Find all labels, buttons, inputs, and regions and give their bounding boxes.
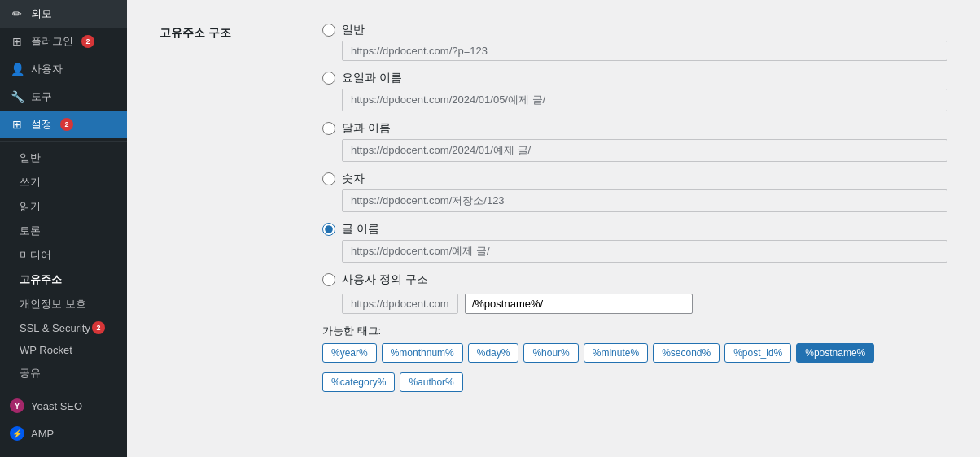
sidebar-item-users-label: 사용자 xyxy=(31,62,63,76)
sidebar-amp[interactable]: ⚡ AMP xyxy=(0,420,127,447)
permalink-label-numeric[interactable]: 숫자 xyxy=(342,172,365,186)
permalink-radio-custom-row: 사용자 정의 구조 xyxy=(322,272,947,287)
tag-post_id[interactable]: %post_id% xyxy=(724,343,791,363)
sidebar: ✏ 외모 ⊞ 플러그인 2 👤 사용자 🔧 도구 ⊞ 설정 2 일반 쓰기 읽기… xyxy=(0,0,127,457)
permalink-radio-numeric-row: 숫자 xyxy=(322,172,947,186)
tag-author[interactable]: %author% xyxy=(400,372,462,392)
sidebar-item-plugins[interactable]: ⊞ 플러그인 2 xyxy=(0,28,127,55)
permalink-options: 일반 https://dpdocent.com/?p=123 요일과 이름 ht… xyxy=(322,23,947,392)
sidebar-item-tools[interactable]: 🔧 도구 xyxy=(0,83,127,111)
appearance-icon: ✏ xyxy=(10,7,24,20)
custom-base-url: https://dpdocent.com xyxy=(342,294,458,314)
submenu-discussion-label: 토론 xyxy=(20,224,41,238)
submenu-share[interactable]: 공유 xyxy=(0,361,127,385)
sidebar-yoast-label: Yoast SEO xyxy=(31,400,82,412)
tags-list: %year%%monthnum%%day%%hour%%minute%%seco… xyxy=(322,343,947,392)
permalink-radio-day-name[interactable] xyxy=(322,72,335,85)
permalink-url-plain: https://dpdocent.com/?p=123 xyxy=(342,41,947,61)
tag-day[interactable]: %day% xyxy=(468,343,519,363)
permalink-structure-row: 고유주소 구조 일반 https://dpdocent.com/?p=123 요… xyxy=(160,13,947,403)
sidebar-item-appearance[interactable]: ✏ 외모 xyxy=(0,0,127,28)
permalink-option-month-name: 달과 이름 https://dpdocent.com/2024/01/예제 글/ xyxy=(322,121,947,162)
submenu-share-label: 공유 xyxy=(20,366,41,381)
yoast-icon: Y xyxy=(10,398,24,413)
permalink-option-custom: 사용자 정의 구조 https://dpdocent.com xyxy=(322,272,947,314)
permalink-label-plain[interactable]: 일반 xyxy=(342,23,365,37)
submenu-media-label: 미디어 xyxy=(20,248,51,263)
tools-icon: 🔧 xyxy=(10,90,24,103)
permalink-radio-month-name[interactable] xyxy=(322,122,335,135)
sidebar-item-users[interactable]: 👤 사용자 xyxy=(0,55,127,83)
permalink-url-numeric: https://dpdocent.com/저장소/123 xyxy=(342,189,947,212)
permalink-radio-post-name-row: 글 이름 xyxy=(322,222,947,237)
tag-postname[interactable]: %postname% xyxy=(796,343,874,363)
ssl-badge: 2 xyxy=(92,321,105,334)
permalink-radio-plain-row: 일반 xyxy=(322,23,947,37)
sidebar-item-settings[interactable]: ⊞ 설정 2 xyxy=(0,111,127,138)
permalink-option-numeric: 숫자 https://dpdocent.com/저장소/123 xyxy=(322,172,947,212)
permalink-radio-plain[interactable] xyxy=(322,24,335,37)
permalink-url-month-name: https://dpdocent.com/2024/01/예제 글/ xyxy=(342,139,947,162)
tag-second[interactable]: %second% xyxy=(653,343,720,363)
submenu-permalinks-label: 고유주소 xyxy=(20,272,62,287)
submenu-wprocket-label: WP Rocket xyxy=(20,344,72,356)
plugins-badge: 2 xyxy=(81,35,94,48)
permalink-option-day-name: 요일과 이름 https://dpdocent.com/2024/01/05/예… xyxy=(322,71,947,111)
settings-badge: 2 xyxy=(60,118,73,131)
submenu-general[interactable]: 일반 xyxy=(0,146,127,170)
permalink-url-day-name: https://dpdocent.com/2024/01/05/예제 글/ xyxy=(342,89,947,111)
submenu-ssl[interactable]: SSL & Security 2 xyxy=(0,316,127,339)
custom-structure-row: https://dpdocent.com xyxy=(342,294,947,314)
permalink-radio-numeric[interactable] xyxy=(322,172,335,185)
permalink-structure-label: 고유주소 구조 xyxy=(160,23,322,392)
permalink-radio-post-name[interactable] xyxy=(322,223,335,236)
submenu-writing-label: 쓰기 xyxy=(20,175,41,189)
submenu-discussion[interactable]: 토론 xyxy=(0,219,127,243)
sidebar-item-plugins-label: 플러그인 xyxy=(31,34,73,49)
permalink-option-post-name: 글 이름 https://dpdocent.com/예제 글/ xyxy=(322,222,947,263)
sidebar-item-appearance-label: 외모 xyxy=(31,7,52,21)
amp-icon: ⚡ xyxy=(10,426,24,441)
submenu-media[interactable]: 미디어 xyxy=(0,243,127,268)
permalink-option-plain: 일반 https://dpdocent.com/?p=123 xyxy=(322,23,947,61)
sidebar-item-settings-label: 설정 xyxy=(31,117,52,132)
sidebar-yoast[interactable]: Y Yoast SEO xyxy=(0,392,127,420)
permalink-label-month-name[interactable]: 달과 이름 xyxy=(342,121,391,136)
submenu-reading[interactable]: 읽기 xyxy=(0,194,127,219)
permalink-radio-custom[interactable] xyxy=(322,273,335,286)
permalink-label-day-name[interactable]: 요일과 이름 xyxy=(342,71,402,85)
main-content: 고유주소 구조 일반 https://dpdocent.com/?p=123 요… xyxy=(127,0,980,457)
submenu-wprocket[interactable]: WP Rocket xyxy=(0,339,127,361)
permalink-radio-day-row: 요일과 이름 xyxy=(322,71,947,85)
users-icon: 👤 xyxy=(10,63,24,76)
tag-minute[interactable]: %minute% xyxy=(584,343,648,363)
plugins-icon: ⊞ xyxy=(10,35,24,48)
submenu-general-label: 일반 xyxy=(20,150,41,165)
submenu-permalinks[interactable]: 고유주소 xyxy=(0,268,127,292)
submenu-reading-label: 읽기 xyxy=(20,199,41,214)
submenu-ssl-label: SSL & Security xyxy=(20,322,90,334)
submenu-writing[interactable]: 쓰기 xyxy=(0,170,127,194)
tags-label: 가능한 태그: xyxy=(322,324,947,338)
sidebar-item-tools-label: 도구 xyxy=(31,89,52,104)
permalink-label-post-name[interactable]: 글 이름 xyxy=(342,222,379,237)
permalink-settings: 고유주소 구조 일반 https://dpdocent.com/?p=123 요… xyxy=(147,13,960,403)
sidebar-bottom: Y Yoast SEO ⚡ AMP xyxy=(0,392,127,447)
permalink-label-custom[interactable]: 사용자 정의 구조 xyxy=(342,272,428,287)
permalink-radio-month-row: 달과 이름 xyxy=(322,121,947,136)
available-tags-section: 가능한 태그: %year%%monthnum%%day%%hour%%minu… xyxy=(322,324,947,392)
submenu-privacy-label: 개인정보 보호 xyxy=(20,297,86,311)
settings-icon: ⊞ xyxy=(10,118,24,131)
tag-year[interactable]: %year% xyxy=(322,343,377,363)
custom-structure-input[interactable] xyxy=(465,294,693,314)
permalink-url-post-name: https://dpdocent.com/예제 글/ xyxy=(342,240,947,263)
tag-hour[interactable]: %hour% xyxy=(523,343,578,363)
settings-submenu: 일반 쓰기 읽기 토론 미디어 고유주소 개인정보 보호 SSL & Secur… xyxy=(0,141,127,385)
submenu-privacy[interactable]: 개인정보 보호 xyxy=(0,292,127,316)
sidebar-amp-label: AMP xyxy=(31,428,54,440)
tag-category[interactable]: %category% xyxy=(322,372,395,392)
tag-monthnum[interactable]: %monthnum% xyxy=(382,343,463,363)
